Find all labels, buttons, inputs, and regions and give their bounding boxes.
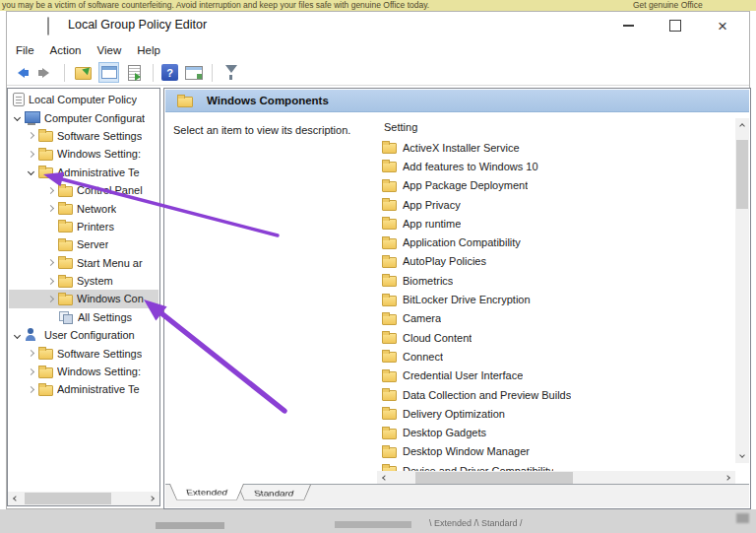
folder-icon: [58, 186, 73, 197]
tab-extended[interactable]: Extended: [169, 484, 244, 500]
tree-item-all-settings[interactable]: All Settings: [9, 308, 158, 326]
help-icon[interactable]: [161, 64, 178, 81]
forward-icon[interactable]: [35, 62, 56, 83]
tree-item-start-menu-ar[interactable]: Start Menu ar: [9, 254, 158, 272]
menu-file[interactable]: File: [16, 44, 34, 56]
menu-action[interactable]: Action: [50, 44, 82, 56]
close-icon[interactable]: [708, 14, 737, 37]
tree-item-administrative-te[interactable]: Administrative Te: [9, 380, 158, 398]
scroll-up-icon[interactable]: [735, 118, 749, 132]
scroll-down-icon[interactable]: [735, 449, 749, 463]
setting-item-label: Credential User Interface: [403, 369, 523, 381]
settings-list: Setting ActiveX Installer ServiceAdd fea…: [377, 116, 733, 471]
chevron-down-icon[interactable]: [9, 327, 25, 343]
tab-standard[interactable]: Standard: [237, 485, 311, 500]
tree-item-label: Software Settings: [57, 130, 142, 142]
list-horizontal-scrollbar[interactable]: [377, 471, 735, 485]
setting-item-app-runtime[interactable]: App runtime: [377, 214, 733, 233]
console-tree: Local Computer PolicyComputer Configurat…: [9, 91, 158, 477]
setting-item-label: Biometrics: [403, 275, 453, 287]
tree-item-network[interactable]: Network: [9, 199, 158, 217]
chevron-right-icon[interactable]: [42, 182, 58, 198]
scroll-right-icon[interactable]: [146, 492, 159, 505]
chevron-right-icon[interactable]: [23, 128, 38, 144]
setting-item-camera[interactable]: Camera: [377, 309, 733, 328]
folder-icon: [382, 429, 397, 439]
action-pane-icon[interactable]: [183, 62, 204, 83]
chevron-spacer: [42, 236, 58, 252]
scrollbar-thumb[interactable]: [25, 493, 111, 504]
export-list-icon[interactable]: [124, 62, 145, 83]
setting-item-connect[interactable]: Connect: [377, 347, 733, 366]
chevron-right-icon[interactable]: [42, 273, 58, 289]
chevron-right-icon[interactable]: [23, 364, 38, 379]
console-tree-icon[interactable]: [98, 62, 119, 83]
setting-item-delivery-optimization[interactable]: Delivery Optimization: [377, 404, 733, 423]
tree-item-local-computer-policy[interactable]: Local Computer Policy: [9, 91, 158, 108]
tree-item-printers[interactable]: Printers: [9, 218, 158, 235]
tree-item-software-settings[interactable]: Software Settings: [9, 127, 158, 145]
tree-item-user-configuration[interactable]: User Configuration: [9, 326, 158, 344]
tree-item-label: Computer Configurat: [44, 112, 145, 124]
setting-item-label: Camera: [403, 312, 441, 324]
tree-item-windows-setting[interactable]: Windows Setting:: [9, 363, 158, 380]
menu-view[interactable]: View: [97, 44, 122, 56]
setting-item-label: BitLocker Drive Encryption: [403, 294, 531, 305]
setting-item-cloud-content[interactable]: Cloud Content: [377, 328, 733, 347]
tree-item-windows-setting[interactable]: Windows Setting:: [9, 145, 158, 163]
tree-item-administrative-te[interactable]: Administrative Te: [9, 164, 158, 181]
setting-item-label: Desktop Window Manager: [403, 445, 530, 457]
tree-item-windows-con[interactable]: Windows Con: [9, 290, 158, 307]
folder-icon: [177, 97, 193, 107]
filter-icon[interactable]: [220, 62, 241, 83]
setting-item-credential-user-interface[interactable]: Credential User Interface: [377, 366, 733, 385]
scrollbar-thumb[interactable]: [736, 140, 748, 209]
setting-item-application-compatibility[interactable]: Application Compatibility: [377, 233, 733, 251]
scrollbar-thumb[interactable]: [415, 472, 573, 484]
chevron-right-icon[interactable]: [42, 201, 58, 217]
ghost-tabs-text: \ Extended /\ Standard /: [429, 518, 523, 528]
setting-item-app-package-deployment[interactable]: App Package Deployment: [377, 176, 733, 195]
folder-icon: [382, 333, 397, 344]
chevron-right-icon[interactable]: [42, 291, 58, 306]
setting-item-device-and-driver-compatibility[interactable]: Device and Driver Compatibility: [377, 461, 733, 471]
setting-item-bitlocker-drive-encryption[interactable]: BitLocker Drive Encryption: [377, 290, 733, 308]
folder-icon: [38, 167, 53, 178]
setting-item-add-features-to-windows-10[interactable]: Add features to Windows 10: [377, 157, 733, 175]
chevron-down-icon[interactable]: [9, 110, 25, 126]
tree-item-software-settings[interactable]: Software Settings: [9, 344, 158, 362]
setting-item-data-collection-and-preview-builds[interactable]: Data Collection and Preview Builds: [377, 385, 733, 404]
setting-column-header[interactable]: Setting: [377, 116, 733, 138]
chevron-right-icon[interactable]: [23, 346, 38, 362]
description-text: Select an item to view its description.: [173, 124, 350, 136]
tree-item-label: System: [77, 275, 113, 287]
scroll-right-icon[interactable]: [722, 471, 735, 485]
tree-horizontal-scrollbar[interactable]: [8, 492, 159, 505]
title-bar[interactable]: Local Group Policy Editor: [7, 12, 749, 38]
tree-item-system[interactable]: System: [9, 272, 158, 290]
chevron-right-icon[interactable]: [42, 255, 58, 271]
minimize-icon[interactable]: [613, 14, 643, 37]
setting-item-desktop-window-manager[interactable]: Desktop Window Manager: [377, 442, 733, 461]
chevron-down-icon[interactable]: [23, 165, 38, 180]
tree-item-server[interactable]: Server: [9, 235, 158, 253]
chevron-right-icon[interactable]: [23, 381, 38, 397]
setting-item-activex-installer-service[interactable]: ActiveX Installer Service: [377, 138, 733, 157]
scroll-left-icon[interactable]: [377, 471, 391, 485]
setting-item-label: ActiveX Installer Service: [403, 142, 520, 154]
list-vertical-scrollbar[interactable]: [735, 118, 749, 463]
setting-item-app-privacy[interactable]: App Privacy: [377, 195, 733, 214]
setting-item-biometrics[interactable]: Biometrics: [377, 271, 733, 290]
menu-help[interactable]: Help: [137, 44, 160, 56]
tree-item-control-panel[interactable]: Control Panel: [9, 181, 158, 199]
scroll-left-icon[interactable]: [8, 492, 22, 505]
chevron-right-icon[interactable]: [23, 146, 38, 162]
tree-item-computer-configurat[interactable]: Computer Configurat: [9, 108, 158, 126]
setting-item-desktop-gadgets[interactable]: Desktop Gadgets: [377, 423, 733, 441]
setting-item-autoplay-policies[interactable]: AutoPlay Policies: [377, 252, 733, 271]
tree-item-label: Control Panel: [77, 184, 143, 196]
up-level-icon[interactable]: [73, 62, 94, 83]
maximize-icon[interactable]: [661, 14, 690, 37]
back-icon[interactable]: [10, 62, 31, 83]
setting-item-label: App runtime: [403, 218, 461, 230]
